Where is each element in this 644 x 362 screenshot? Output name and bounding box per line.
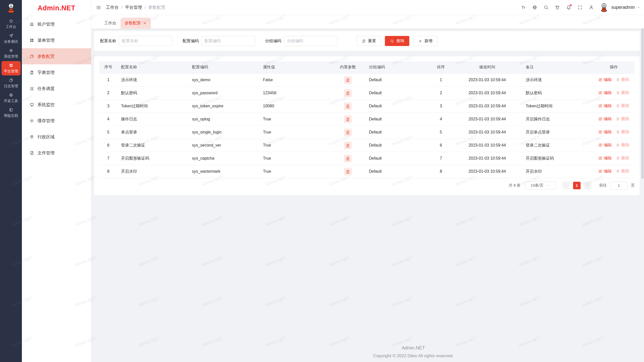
grid-icon — [9, 63, 13, 68]
prev-page-button[interactable] — [562, 182, 570, 189]
menu-item-6[interactable]: 系统监控 — [22, 97, 91, 113]
config-name-input[interactable] — [119, 36, 173, 46]
group-code: Default — [365, 152, 429, 165]
add-button[interactable]: 新增 — [413, 36, 437, 46]
rail-item-1[interactable]: 工作台 — [2, 17, 21, 31]
delete-button[interactable]: 删除 — [616, 77, 629, 82]
config-code-input[interactable] — [201, 36, 255, 46]
rail-item-4[interactable]: 平台管理 — [2, 61, 21, 75]
edit-button[interactable]: 编辑 — [598, 169, 612, 174]
menu-item-label: 菜单管理 — [37, 37, 55, 43]
edit-button[interactable]: 编辑 — [598, 156, 612, 161]
config-code: sys_demo — [188, 73, 259, 86]
menu-item-label: 字典管理 — [37, 70, 55, 75]
rail-item-6[interactable]: 开发工具 — [2, 91, 21, 105]
topbar-actions — [518, 2, 597, 13]
filter-group-name: 配置名称 — [100, 36, 173, 46]
remark: 默认密码 — [522, 86, 593, 100]
column-header: 配置编码 — [188, 61, 259, 73]
actions-cell: 编辑删除 — [593, 152, 635, 165]
column-header: 排序 — [430, 61, 452, 73]
close-icon[interactable] — [143, 21, 147, 25]
chevron-down-icon — [547, 184, 550, 187]
reset-button[interactable]: 重置 — [357, 36, 381, 46]
menu-item-9[interactable]: 文件管理 — [22, 145, 91, 161]
tab-label: 参数配置 — [125, 21, 141, 26]
builtin-cell: 是 — [330, 165, 365, 178]
builtin-badge: 是 — [344, 89, 352, 97]
builtin-cell: 是 — [330, 126, 365, 139]
trash-icon — [616, 156, 620, 160]
rail-item-5[interactable]: 日志管理 — [2, 76, 21, 90]
shirt-button[interactable] — [552, 2, 563, 13]
edit-button[interactable]: 编辑 — [598, 129, 612, 135]
remark: 演示环境 — [522, 73, 593, 86]
user-menu[interactable]: superadmin — [599, 3, 640, 13]
scrollbar[interactable] — [641, 28, 643, 179]
edit-button[interactable]: 编辑 — [598, 143, 612, 148]
remark: 登录二次验证 — [522, 139, 593, 152]
delete-button[interactable]: 删除 — [616, 129, 629, 135]
total-count: 共 8 条 — [509, 183, 520, 188]
column-header: 属性值 — [259, 61, 330, 73]
row-index: 4 — [99, 113, 117, 126]
edit-button[interactable]: 编辑 — [598, 90, 612, 96]
breadcrumb-item[interactable]: 参数配置 — [148, 5, 165, 10]
collapse-menu-icon[interactable] — [96, 5, 101, 10]
primary-sidebar: 工作台业务测试系统管理平台管理日志管理开发工具帮助文档 — [0, 0, 22, 362]
edit-button[interactable]: 编辑 — [598, 103, 612, 109]
column-header: 序号 — [99, 61, 117, 73]
globe-button[interactable] — [529, 2, 540, 13]
menu-item-3[interactable]: 参数配置 — [22, 48, 91, 64]
delete-button[interactable]: 删除 — [616, 90, 629, 96]
delete-button[interactable]: 删除 — [616, 169, 629, 174]
group-code-input[interactable] — [284, 36, 338, 46]
menu-item-4[interactable]: 字典管理 — [22, 64, 91, 80]
edit-button[interactable]: 编辑 — [598, 116, 612, 122]
modified-time: 2023-01-03 10:59:44 — [452, 139, 522, 152]
delete-button[interactable]: 删除 — [616, 103, 629, 109]
breadcrumb-item[interactable]: 工作台 — [106, 5, 119, 10]
current-page-button[interactable]: 1 — [573, 182, 581, 189]
actions-cell: 编辑删除 — [593, 165, 635, 178]
rail-item-7[interactable]: 帮助文档 — [2, 106, 21, 120]
delete-button[interactable]: 删除 — [616, 143, 629, 148]
tab-2[interactable]: 参数配置 — [120, 18, 151, 29]
search-button[interactable] — [540, 2, 552, 13]
grid-icon — [29, 38, 34, 43]
edit-button[interactable]: 编辑 — [598, 77, 612, 82]
goto-page-input[interactable] — [610, 182, 628, 190]
fontsize-button[interactable] — [518, 2, 529, 13]
column-header: 内置参数 — [330, 61, 365, 73]
rail-item-2[interactable]: 业务测试 — [2, 31, 21, 46]
delete-button[interactable]: 删除 — [616, 116, 629, 122]
rail-item-label: 帮助文档 — [4, 114, 18, 118]
app-logo[interactable] — [0, 0, 22, 16]
menu-item-2[interactable]: 菜单管理 — [22, 32, 91, 48]
sort-order: 1 — [430, 73, 452, 86]
edit-icon — [598, 143, 602, 147]
config-name: 开启水印 — [117, 165, 188, 178]
footer: Admin.NET Copyright © 2022 Dilon All rig… — [183, 345, 644, 358]
rail-item-3[interactable]: 系统管理 — [2, 46, 21, 61]
query-button[interactable]: 查询 — [385, 36, 409, 46]
menu-item-5[interactable]: 任务调度 — [22, 80, 91, 97]
send-icon — [9, 33, 13, 38]
group-code: Default — [365, 139, 429, 152]
page-size-select[interactable]: 10条/页 — [525, 182, 556, 190]
tab-1[interactable]: 工作台 — [100, 18, 120, 29]
config-name: 演示环境 — [117, 73, 188, 86]
menu-item-7[interactable]: 缓存管理 — [22, 113, 91, 129]
table-card: 序号配置名称配置编码属性值内置参数分组编码排序修改时间备注操作 1演示环境sys… — [94, 56, 640, 195]
menu-item-8[interactable]: 行政区域 — [22, 129, 91, 145]
delete-button[interactable]: 删除 — [616, 156, 629, 161]
group-code: Default — [365, 73, 429, 86]
next-page-button[interactable] — [584, 182, 591, 189]
bell-button[interactable] — [563, 2, 574, 13]
menu-item-1[interactable]: 租户管理 — [22, 16, 91, 32]
fullscreen-button[interactable] — [574, 2, 586, 13]
notification-dot — [570, 4, 572, 6]
person-button[interactable] — [586, 2, 597, 13]
breadcrumb-item[interactable]: 平台管理 — [125, 5, 142, 10]
pin-icon — [29, 134, 34, 139]
